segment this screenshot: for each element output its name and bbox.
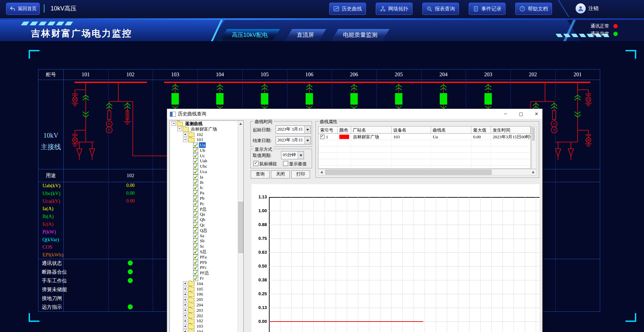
close-button[interactable]: ✕ (531, 109, 542, 119)
start-date-picker[interactable]: 2023年 3月15 (276, 126, 311, 134)
tree-item-label[interactable]: Sb (199, 238, 205, 244)
tree-item-label[interactable]: PFb (199, 260, 208, 265)
tree-expander[interactable]: + (183, 132, 187, 137)
tab-dc-panel[interactable]: 直流屏 (285, 29, 326, 41)
tree-item[interactable]: Uab (170, 159, 238, 164)
scroll-thumb[interactable] (325, 170, 492, 175)
tree-item-label[interactable]: Ubc (199, 164, 208, 169)
tree-item[interactable]: −遥测曲线 (170, 121, 238, 127)
tab-power-quality[interactable]: 电能质量监测 (331, 29, 390, 41)
tree-item[interactable]: Sa (170, 233, 238, 239)
tree-item[interactable]: −103 (170, 137, 238, 142)
tree-item-label[interactable]: Uc (199, 153, 206, 159)
tree-item-label[interactable]: Qc (199, 222, 206, 228)
scroll-thumb[interactable] (238, 202, 243, 253)
tree-item-label[interactable]: 204 (196, 302, 204, 308)
tree-item-label[interactable]: P总 (199, 206, 207, 212)
tree-item[interactable]: +102 (170, 132, 238, 137)
tree-item-label[interactable]: Ia (199, 174, 204, 180)
tree-item-label[interactable]: 105 (196, 286, 204, 292)
tree-item-label[interactable]: Qb (199, 217, 206, 222)
print-button[interactable]: 打印 (291, 170, 310, 178)
tree-item-label[interactable]: S总 (199, 249, 207, 255)
tree-item-label[interactable]: Qa (199, 212, 206, 217)
tree-item[interactable]: +106 (170, 292, 238, 297)
props-vertical-scrollbar[interactable] (531, 126, 536, 169)
dialog-titlebar[interactable]: 历史曲线查询 ─ □ ✕ (167, 109, 542, 119)
tree-expander[interactable]: + (183, 319, 187, 323)
tree-item[interactable]: Ia (170, 174, 238, 180)
tree-item[interactable]: Uc (170, 153, 238, 159)
tree-item-label[interactable]: 205 (196, 297, 204, 302)
tree-item-label[interactable]: PF总 (199, 270, 210, 276)
tree-item[interactable]: Q总 (170, 228, 238, 233)
tree-item[interactable]: +104 (170, 329, 238, 332)
tree-item-label[interactable]: Sa (199, 233, 205, 239)
tree-item[interactable]: Qb (170, 217, 238, 222)
tree-item[interactable]: +102 (170, 318, 238, 324)
tree-item-label[interactable]: Ic (199, 185, 204, 190)
tree-expander[interactable]: + (183, 329, 187, 332)
tree-item[interactable]: +103 (170, 324, 238, 329)
tree-expander[interactable]: + (183, 292, 187, 297)
tree-item[interactable]: −吉林财富广场 (170, 127, 238, 132)
tree-item[interactable]: Qa (170, 212, 238, 217)
tree-item-label[interactable]: Pc (199, 201, 205, 206)
tree-item-label[interactable]: Sc (199, 244, 205, 249)
tree-expander[interactable]: − (177, 127, 182, 131)
tree-item-label[interactable]: PFa (199, 254, 207, 260)
end-date-picker[interactable]: 2023年 3月15 (276, 136, 311, 144)
tree-item[interactable]: +204 (170, 302, 238, 308)
tree-item-label[interactable]: 102 (196, 132, 204, 137)
tree-expander[interactable]: + (183, 324, 187, 329)
tree-expander[interactable]: + (183, 308, 187, 312)
tree-item-label[interactable]: Pb (199, 196, 205, 201)
scroll-right-button[interactable] (531, 170, 536, 175)
show-extreme-checkbox[interactable] (283, 161, 288, 166)
tree-expander[interactable]: + (183, 281, 187, 286)
tree-item-label[interactable]: 103 (196, 137, 204, 142)
tree-item-label[interactable]: Ub (199, 148, 206, 153)
tree-item-label[interactable]: Ua (199, 142, 206, 148)
tree-item[interactable]: Fr (170, 276, 238, 281)
tree-item[interactable]: Pa (170, 190, 238, 196)
tree-item-label[interactable]: 202 (196, 313, 204, 319)
tree-expander[interactable]: + (183, 303, 187, 307)
tree-item[interactable]: +203 (170, 308, 238, 313)
tree-item[interactable]: Pc (170, 201, 238, 206)
tree-expander[interactable]: + (183, 287, 187, 291)
network-topology-button[interactable]: 网络拓扑 (376, 3, 412, 15)
tree-item-label[interactable]: Pa (199, 190, 205, 196)
back-home-button[interactable]: 返回首页 (6, 3, 40, 15)
props-row[interactable]: 1吉林财富广场103Ua0.002023年3月15日00时0 (318, 134, 531, 140)
tree-scrollbar[interactable] (238, 121, 243, 332)
query-button[interactable]: 查询 (251, 170, 270, 178)
dropdown-arrow-icon[interactable] (298, 151, 304, 159)
tab-hv-10kv[interactable]: 高压10kV配电 (220, 29, 280, 41)
mouse-capture-checkbox[interactable] (253, 161, 258, 166)
scroll-left-button[interactable] (318, 170, 324, 175)
tree-item[interactable]: Qc (170, 222, 238, 228)
logout-button[interactable]: 注销 (588, 0, 599, 17)
tree-item[interactable]: Ubc (170, 164, 238, 169)
tree-item[interactable]: Sb (170, 239, 238, 244)
tree-item-label[interactable]: Fr (199, 276, 205, 281)
close-dialog-button[interactable]: 关闭 (271, 170, 290, 178)
tree-item[interactable]: Ub (170, 148, 238, 153)
report-query-button[interactable]: 报表查询 (422, 3, 459, 15)
dropdown-arrow-icon[interactable] (304, 126, 310, 133)
tree-item[interactable]: +202 (170, 313, 238, 319)
tree-item[interactable]: Pb (170, 196, 238, 201)
maximize-button[interactable]: □ (516, 109, 526, 119)
tree-item[interactable]: Uca (170, 169, 238, 174)
tree-item-label[interactable]: 104 (196, 281, 204, 286)
tree-item-label[interactable]: 103 (196, 324, 204, 329)
event-log-button[interactable]: 事件记录 (469, 3, 505, 15)
tree-item-label[interactable]: 吉林财富广场 (190, 126, 218, 132)
tree-item-label[interactable]: 203 (196, 308, 204, 313)
tree-item[interactable]: Sc (170, 244, 238, 249)
tree-item[interactable]: P总 (170, 206, 238, 212)
tree-item[interactable]: PFb (170, 260, 238, 265)
tree-item-label[interactable]: Ib (199, 180, 204, 185)
tree-item-label[interactable]: 106 (196, 292, 204, 297)
